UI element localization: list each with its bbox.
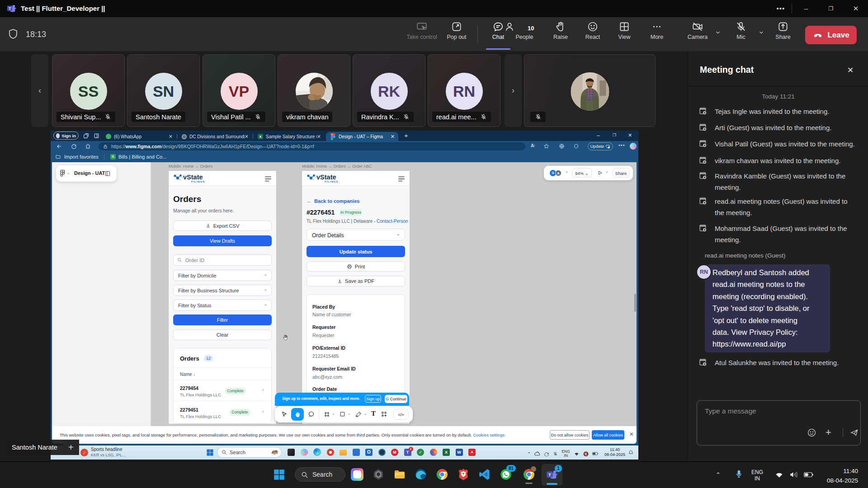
svg-text:vState: vState (316, 174, 336, 181)
svg-text:T: T (9, 6, 11, 11)
svg-text:T: T (548, 472, 551, 477)
svg-text:FILINGS: FILINGS (325, 180, 338, 183)
svg-text:!: ! (609, 146, 609, 148)
svg-text:vState: vState (183, 174, 203, 181)
svg-text:FILINGS: FILINGS (191, 180, 205, 183)
